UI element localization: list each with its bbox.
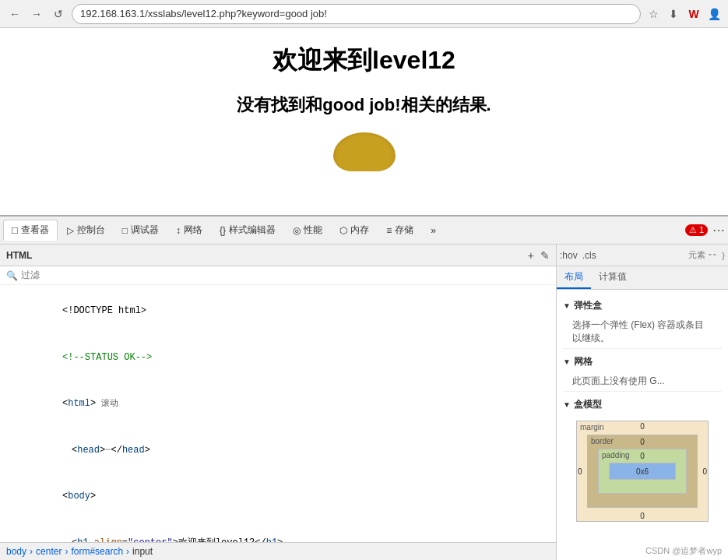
- tab-style-editor[interactable]: {} 样式编辑器: [212, 220, 283, 240]
- star-icon[interactable]: ☆: [645, 6, 661, 22]
- box-arrow: ▼: [563, 400, 571, 409]
- right-tabs: 布局 计算值: [557, 266, 728, 290]
- memory-icon: ⬡: [339, 225, 347, 236]
- tab-computed[interactable]: 计算值: [591, 266, 635, 289]
- style-editor-label: 样式编辑器: [229, 224, 276, 237]
- tab-layout[interactable]: 布局: [557, 266, 591, 289]
- network-icon: ↕: [176, 225, 181, 236]
- content-value: 0x6: [636, 467, 649, 476]
- breadcrumb-input[interactable]: input: [132, 546, 153, 557]
- flex-description: 选择一个弹性 (Flex) 容器或条目以继续。: [572, 319, 704, 343]
- address-bar[interactable]: [72, 4, 641, 24]
- storage-label: 存储: [395, 224, 413, 237]
- filter-icon: 🔍: [6, 270, 18, 281]
- network-label: 网络: [184, 224, 202, 237]
- grid-section-title: 网格: [574, 355, 593, 368]
- tab-debugger[interactable]: □ 调试器: [114, 220, 167, 240]
- add-node-icon[interactable]: +: [528, 249, 534, 262]
- grid-section-content: 此页面上没有使用 G...: [563, 372, 722, 392]
- devtools-main-content: HTML + ✎ 🔍 过滤 <!DOCTYPE html> <!--STATUS…: [0, 245, 728, 560]
- account-icon[interactable]: 👤: [706, 6, 722, 22]
- back-button[interactable]: ←: [6, 5, 23, 23]
- tab-network[interactable]: ↕ 网络: [168, 220, 210, 240]
- margin-left-val: 0: [578, 467, 582, 476]
- flex-section-header[interactable]: ▼ 弹性盒: [563, 296, 722, 315]
- html-panel-title: HTML: [6, 250, 32, 261]
- style-editor-icon: {}: [220, 225, 226, 236]
- trophy-icon: [333, 132, 396, 171]
- margin-label: margin: [580, 423, 604, 431]
- devtools-more-button[interactable]: ⋯: [712, 223, 725, 238]
- right-panel-content: ▼ 弹性盒 选择一个弹性 (Flex) 容器或条目以继续。 ▼ 网格 此页面上没…: [557, 290, 728, 560]
- inspector-label: 查看器: [21, 224, 49, 237]
- tab-performance[interactable]: ◎ 性能: [285, 220, 330, 240]
- page-content: 欢迎来到level12 没有找到和good job!相关的结果.: [0, 28, 728, 215]
- error-badge: ⚠ 1: [685, 224, 708, 236]
- debugger-icon: □: [122, 225, 128, 236]
- content-box: 0x6: [609, 463, 676, 480]
- element-label: 元素 ⁃⁃: [688, 249, 717, 261]
- grid-arrow: ▼: [563, 357, 571, 366]
- inspector-icon: □: [12, 224, 18, 236]
- download-icon[interactable]: ⬇: [666, 6, 681, 22]
- html-panel-header: HTML + ✎: [0, 245, 556, 266]
- debugger-label: 调试器: [131, 224, 159, 237]
- html-panel: HTML + ✎ 🔍 过滤 <!DOCTYPE html> <!--STATUS…: [0, 245, 557, 560]
- devtools-tabbar: □ 查看器 ▷ 控制台 □ 调试器 ↕ 网络 {} 样式编辑器 ◎ 性能 ⬡ 内…: [0, 217, 728, 245]
- tab-storage[interactable]: ≡ 存储: [378, 220, 421, 240]
- tab-inspector[interactable]: □ 查看器: [3, 220, 58, 241]
- html-panel-actions: + ✎: [528, 249, 550, 262]
- browser-toolbar: ← → ↺ ☆ ⬇ W 👤: [0, 0, 728, 28]
- flex-section-title: 弹性盒: [574, 299, 602, 312]
- tab-more[interactable]: »: [423, 222, 444, 239]
- border-top-val: 0: [640, 438, 645, 446]
- w-icon[interactable]: W: [686, 6, 702, 22]
- margin-bottom-val: 0: [640, 512, 645, 520]
- box-model-diagram: margin 0 0 0 0 border 0: [563, 414, 722, 528]
- code-comment[interactable]: <!--STATUS OK-->: [0, 335, 556, 382]
- watermark: CSDN @追梦者wyp: [645, 545, 722, 557]
- element-value: }: [722, 251, 725, 260]
- breadcrumb-form[interactable]: form#search: [71, 546, 123, 557]
- reload-button[interactable]: ↺: [50, 5, 67, 23]
- devtools-panel: □ 查看器 ▷ 控制台 □ 调试器 ↕ 网络 {} 样式编辑器 ◎ 性能 ⬡ 内…: [0, 215, 728, 560]
- grid-section-header[interactable]: ▼ 网格: [563, 352, 722, 372]
- filter-bar: 🔍 过滤: [0, 266, 556, 285]
- code-h1[interactable]: <h1 align="center">欢迎来到level12</h1>: [0, 520, 556, 542]
- margin-right-val: 0: [702, 467, 707, 476]
- code-body[interactable]: <body>: [0, 474, 556, 520]
- border-label: border: [591, 437, 614, 446]
- pick-element-icon[interactable]: ✎: [540, 249, 550, 262]
- console-icon: ▷: [67, 225, 74, 236]
- tab-console[interactable]: ▷ 控制台: [59, 220, 113, 240]
- forward-button[interactable]: →: [28, 5, 45, 23]
- cls-button[interactable]: .cls: [582, 250, 596, 261]
- html-code-view: <!DOCTYPE html> <!--STATUS OK--> <html> …: [0, 285, 556, 542]
- right-panel: :hov .cls 元素 ⁃⁃ } 布局 计算值 ▼ 弹性盒 选择一个弹性 (F…: [557, 245, 728, 560]
- page-title: 欢迎来到level12: [16, 44, 712, 78]
- more-icon: »: [431, 225, 436, 236]
- breadcrumb-body[interactable]: body: [6, 546, 26, 557]
- code-html[interactable]: <html> 滚动: [0, 381, 556, 428]
- flex-section-content: 选择一个弹性 (Flex) 容器或条目以继续。: [563, 315, 722, 349]
- box-section-title: 盒模型: [574, 398, 602, 411]
- page-subtitle: 没有找到和good job!相关的结果.: [16, 93, 712, 117]
- margin-top-val: 0: [640, 422, 645, 431]
- devtools-right-controls: ⚠ 1 ⋯: [685, 223, 725, 238]
- padding-top-val: 0: [640, 452, 645, 460]
- code-head[interactable]: <head>⋯</head>: [0, 428, 556, 474]
- flex-arrow: ▼: [563, 301, 571, 310]
- filter-label: 过滤: [21, 269, 40, 282]
- breadcrumb-bar: body › center › form#search › input: [0, 542, 556, 560]
- breadcrumb-center[interactable]: center: [36, 546, 62, 557]
- hov-button[interactable]: :hov: [560, 250, 578, 261]
- padding-label: padding: [602, 451, 630, 460]
- grid-description: 此页面上没有使用 G...: [572, 375, 665, 386]
- performance-label: 性能: [304, 224, 322, 237]
- memory-label: 内存: [350, 224, 369, 237]
- trophy-image-area: [16, 132, 712, 171]
- code-doctype[interactable]: <!DOCTYPE html>: [0, 288, 556, 335]
- performance-icon: ◎: [293, 225, 301, 236]
- tab-memory[interactable]: ⬡ 内存: [332, 220, 377, 240]
- box-section-header[interactable]: ▼ 盒模型: [563, 395, 722, 414]
